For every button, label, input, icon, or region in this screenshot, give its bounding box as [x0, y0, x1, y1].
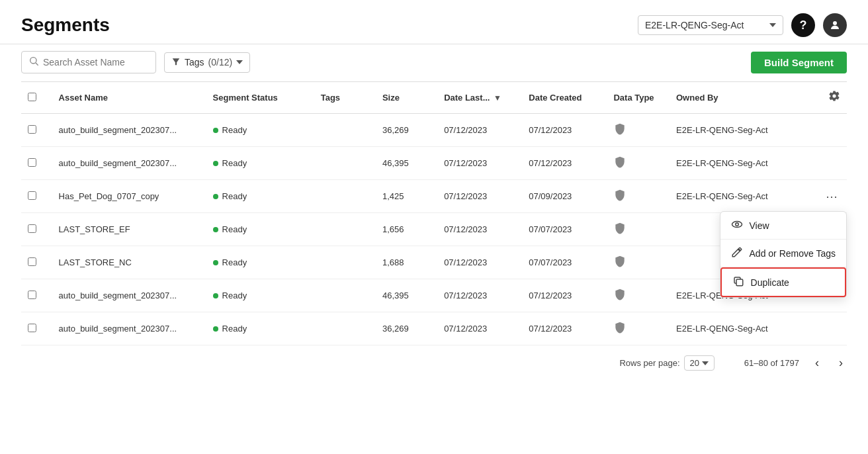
select-all-header[interactable] — [21, 82, 52, 114]
rows-per-page-selector[interactable]: 20 — [684, 355, 715, 371]
col-data-type: Data Type — [607, 82, 670, 114]
search-input[interactable] — [43, 57, 149, 68]
user-button[interactable] — [823, 13, 847, 37]
tags-count: (0/12) — [208, 57, 233, 68]
col-date-created: Date Created — [522, 82, 607, 114]
menu-item-duplicate[interactable]: Duplicate — [720, 267, 846, 297]
asset-name-cell: LAST_STORE_EF — [52, 213, 206, 246]
asset-name-cell: LAST_STORE_NC — [52, 246, 206, 279]
row-checkbox[interactable] — [28, 291, 36, 299]
tags-filter[interactable]: Tags (0/12) — [164, 52, 250, 73]
help-button[interactable]: ? — [791, 13, 815, 37]
row-checkbox[interactable] — [28, 191, 36, 200]
col-actions — [808, 82, 847, 114]
org-selector-label: E2E-LR-QENG-Seg-Act — [645, 20, 744, 30]
context-menu: View Add or Remove Tags — [720, 211, 847, 298]
menu-item-view[interactable]: View — [720, 212, 846, 239]
tags-cell — [314, 213, 376, 246]
pencil-icon — [731, 246, 743, 260]
svg-line-2 — [36, 63, 38, 66]
tags-chevron-icon — [236, 60, 243, 64]
header-right: E2E-LR-QENG-Seg-Act ? — [638, 13, 847, 37]
page-title: Segments — [21, 15, 110, 36]
date-last-cell: 07/12/2023 — [437, 213, 522, 246]
svg-point-5 — [735, 223, 738, 226]
data-type-cell — [607, 180, 670, 213]
table-header-row: Asset Name Segment Status Tags Size Date… — [21, 82, 847, 114]
data-type-cell — [607, 279, 670, 312]
pagination-info: 61–80 of 1797 — [726, 358, 799, 368]
shield-icon — [613, 294, 627, 304]
status-cell: Ready — [206, 180, 314, 213]
data-type-cell — [607, 246, 670, 279]
actions-cell — [808, 312, 847, 345]
row-checkbox[interactable] — [28, 158, 36, 167]
prev-page-button[interactable]: ‹ — [811, 355, 823, 371]
page-container: Segments E2E-LR-QENG-Seg-Act ? — [0, 0, 868, 381]
row-checkbox[interactable] — [28, 125, 36, 134]
next-page-button[interactable]: › — [835, 355, 847, 371]
sort-icon: ▼ — [494, 93, 501, 103]
duplicate-icon — [732, 275, 744, 289]
table-row: Has_Pet_Dog_0707_copyReady1,42507/12/202… — [21, 180, 847, 213]
table-container: Asset Name Segment Status Tags Size Date… — [0, 81, 868, 345]
tags-cell — [314, 279, 376, 312]
row-checkbox[interactable] — [28, 224, 36, 233]
eye-icon — [731, 218, 743, 232]
status-dot — [213, 326, 218, 332]
status-cell: Ready — [206, 147, 314, 180]
col-date-last[interactable]: Date Last... ▼ — [437, 82, 522, 114]
tags-cell — [314, 312, 376, 345]
table-row: auto_build_segment_202307...Ready36,2690… — [21, 312, 847, 345]
status-dot — [213, 227, 218, 232]
owned-by-cell: E2E-LR-QENG-Seg-Act — [670, 312, 808, 345]
actions-cell — [808, 114, 847, 147]
date-last-cell: 07/12/2023 — [437, 147, 522, 180]
duplicate-label: Duplicate — [751, 277, 789, 288]
date-created-cell: 07/12/2023 — [522, 114, 607, 147]
shield-icon — [613, 261, 627, 271]
status-dot — [213, 128, 218, 133]
toolbar: Tags (0/12) Build Segment — [0, 44, 868, 81]
date-last-cell: 07/12/2023 — [437, 246, 522, 279]
select-all-checkbox[interactable] — [28, 93, 36, 101]
search-box[interactable] — [21, 51, 156, 73]
tags-cell — [314, 114, 376, 147]
status-dot — [213, 194, 218, 199]
status-label: Ready — [222, 257, 247, 267]
size-cell: 1,425 — [376, 180, 437, 213]
status-dot — [213, 293, 218, 298]
date-last-cell: 07/12/2023 — [437, 312, 522, 345]
row-checkbox[interactable] — [28, 324, 36, 332]
table-row: auto_build_segment_202307...Ready46,3950… — [21, 147, 847, 180]
col-owned-by: Owned By — [670, 82, 808, 114]
shield-icon — [613, 228, 627, 238]
menu-item-add-remove-tags[interactable]: Add or Remove Tags — [720, 240, 846, 267]
table-row: auto_build_segment_202307...Ready36,2690… — [21, 114, 847, 147]
table-footer: Rows per page: 20 61–80 of 1797 ‹ › — [0, 345, 868, 381]
col-asset-name: Asset Name — [52, 82, 206, 114]
svg-point-4 — [732, 222, 742, 228]
user-icon — [829, 19, 841, 31]
shield-icon — [613, 327, 627, 337]
size-cell: 46,395 — [376, 279, 437, 312]
row-checkbox[interactable] — [28, 257, 36, 266]
rows-per-page-label: Rows per page: — [619, 358, 679, 368]
status-label: Ready — [222, 224, 247, 234]
col-segment-status: Segment Status — [206, 82, 314, 114]
asset-name-cell: auto_build_segment_202307... — [52, 114, 206, 147]
date-created-cell: 07/12/2023 — [522, 279, 607, 312]
size-cell: 36,269 — [376, 114, 437, 147]
col-size: Size — [376, 82, 437, 114]
owned-by-cell: E2E-LR-QENG-Seg-Act — [670, 180, 808, 213]
status-cell: Ready — [206, 312, 314, 345]
gear-icon-button[interactable] — [828, 90, 840, 105]
row-menu-button[interactable]: ⋯ — [823, 189, 840, 204]
tags-label: Tags — [185, 57, 204, 68]
data-type-cell — [607, 312, 670, 345]
build-segment-button[interactable]: Build Segment — [751, 52, 847, 73]
org-selector[interactable]: E2E-LR-QENG-Seg-Act — [638, 15, 783, 35]
svg-marker-3 — [173, 58, 180, 65]
status-cell: Ready — [206, 213, 314, 246]
data-type-cell — [607, 147, 670, 180]
